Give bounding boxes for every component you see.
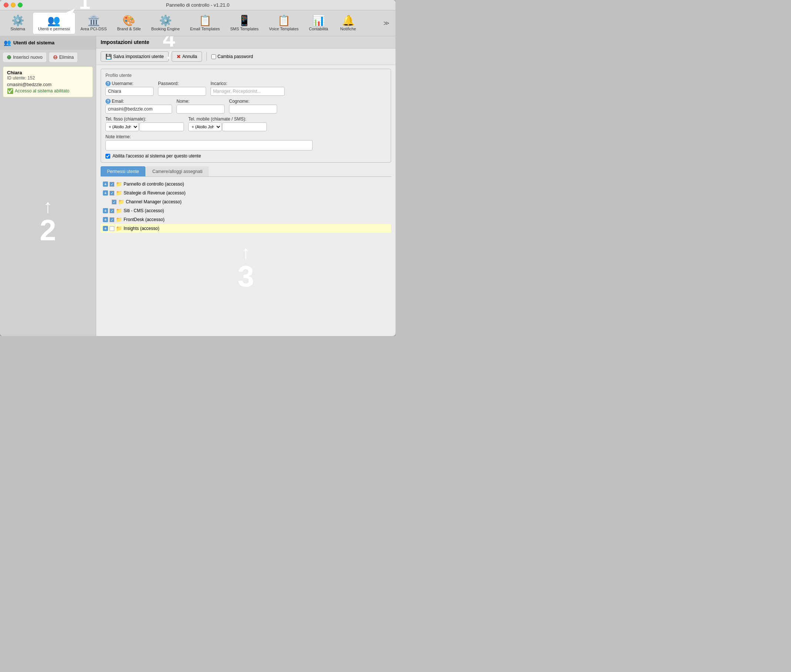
perm-expand-insights[interactable]: + xyxy=(103,226,108,231)
app-window: Pannello di controllo - v1.21.0 ⚙️ Siste… xyxy=(0,0,396,336)
change-password-text: Cambia password xyxy=(218,54,253,59)
incarico-input[interactable] xyxy=(210,87,284,96)
toolbar-item-sms[interactable]: 📱 SMS Templates xyxy=(225,12,264,34)
tabs-row: Permessi utente Camere/alloggi assegnati xyxy=(101,166,391,177)
perm-item-pannello[interactable]: + ✓ 📁 Pannello di controllo (accesso) xyxy=(101,180,391,189)
user-status: ✅ Accesso al sistema abilitato xyxy=(7,88,89,94)
toolbar-item-notifiche[interactable]: 🔔 Notifiche xyxy=(333,12,363,34)
contabilita-icon: 📊 xyxy=(312,16,325,26)
username-help-icon[interactable]: ? xyxy=(106,81,111,86)
contabilita-label: Contabilità xyxy=(309,27,328,31)
username-input[interactable] xyxy=(106,87,154,96)
cognome-input[interactable] xyxy=(229,105,277,114)
toolbar-item-voice[interactable]: 📋 Voice Templates xyxy=(264,12,304,34)
permissions-list: + ✓ 📁 Pannello di controllo (accesso) + … xyxy=(101,180,391,233)
perm-check-channel[interactable]: ✓ xyxy=(112,200,117,205)
perm-check-insights[interactable] xyxy=(109,226,114,231)
perm-expand-frontdesk[interactable]: + xyxy=(103,217,108,222)
perm-folder-siti: 📁 xyxy=(116,208,122,214)
perm-arrow-area: ↑ 3 xyxy=(96,236,396,295)
username-label: ? Username: xyxy=(106,81,154,86)
minimize-button[interactable] xyxy=(11,3,16,7)
tel-mobile-prefix-select[interactable]: + (Atollo Joh xyxy=(188,122,221,131)
perm-label-pannello: Pannello di controllo (accesso) xyxy=(124,181,184,187)
tab-permessi[interactable]: Permessi utente xyxy=(101,166,145,176)
perm-check-siti[interactable]: ✓ xyxy=(109,208,114,213)
perm-item-frontdesk[interactable]: + ✓ 📁 FrontDesk (accesso) xyxy=(101,215,391,224)
tel-mobile-input[interactable] xyxy=(222,122,267,131)
sidebar-title: Utenti del sistema xyxy=(13,40,55,45)
perm-item-insights[interactable]: + 📁 Insights (accesso) xyxy=(101,224,391,233)
content-header: Impostazioni utente xyxy=(96,36,396,48)
cancel-button[interactable]: ✖ Annulla xyxy=(172,51,202,62)
note-input[interactable] xyxy=(106,140,313,150)
form-row-4: Note interne: xyxy=(106,134,386,150)
arrow-up-2: ↑ xyxy=(43,197,53,216)
profile-title: Profilo utente xyxy=(106,73,386,78)
arrow-up-3: ↑ xyxy=(241,243,250,262)
system-access-checkbox[interactable] xyxy=(106,154,110,158)
perm-folder-frontdesk: 📁 xyxy=(116,217,122,222)
traffic-lights xyxy=(4,3,22,7)
user-email: cmasini@bedzzle.com xyxy=(7,82,89,87)
sidebar-actions: ⊕ Inserisci nuovo ⊖ Elimina xyxy=(0,50,96,65)
change-password-label[interactable]: Cambia password xyxy=(211,54,253,59)
perm-expand-strategie[interactable]: + xyxy=(103,190,108,195)
status-text: Accesso al sistema abilitato xyxy=(15,88,69,93)
brand-label: Brand & Stile xyxy=(117,27,141,31)
nome-input[interactable] xyxy=(176,105,225,114)
password-input[interactable] xyxy=(158,87,206,96)
close-button[interactable] xyxy=(4,3,8,7)
toolbar-item-sistema[interactable]: ⚙️ Sistema xyxy=(3,12,32,34)
email-help-icon[interactable]: ? xyxy=(106,99,111,104)
incarico-field: Incarico: xyxy=(210,81,284,96)
perm-expand-siti[interactable]: + xyxy=(103,208,108,213)
toolbar-item-utenti[interactable]: 👥 Utenti e permessi xyxy=(32,12,75,34)
toolbar-item-brand[interactable]: 🎨 Brand & Stile xyxy=(112,12,146,34)
tel-fisso-field: Tel. fisso (chiamate): + (Atollo Joh xyxy=(106,117,184,131)
incarico-label: Incarico: xyxy=(210,81,284,86)
toolbar-item-contabilita[interactable]: 📊 Contabilità xyxy=(304,12,333,34)
cancel-label: Annulla xyxy=(182,54,197,59)
perm-item-channel[interactable]: ✓ 📁 Channel Manager (accesso) xyxy=(109,197,391,206)
maximize-button[interactable] xyxy=(18,3,22,7)
voice-label: Voice Templates xyxy=(269,27,298,31)
tel-fisso-input[interactable] xyxy=(140,122,184,131)
toolbar-more-button[interactable]: ≫ xyxy=(380,18,393,28)
sms-label: SMS Templates xyxy=(230,27,258,31)
toolbar-item-booking[interactable]: ⚙️ Booking Engine xyxy=(146,12,185,34)
save-button[interactable]: 💾 Salva impostazioni utente xyxy=(101,51,169,62)
insert-button[interactable]: ⊕ Inserisci nuovo xyxy=(3,53,46,62)
perm-item-strategie[interactable]: + ✓ 📁 Strategie di Revenue (accesso) xyxy=(101,189,391,197)
perm-label-strategie: Strategie di Revenue (accesso) xyxy=(124,190,185,195)
note-label: Note interne: xyxy=(106,134,386,139)
tel-fisso-prefix-select[interactable]: + (Atollo Joh xyxy=(106,122,139,131)
tel-fisso-label: Tel. fisso (chiamate): xyxy=(106,117,184,122)
cancel-icon: ✖ xyxy=(176,54,181,59)
perm-check-strategie[interactable]: ✓ xyxy=(109,191,114,195)
perm-folder-pannello: 📁 xyxy=(116,181,122,187)
perm-expand-pannello[interactable]: + xyxy=(103,181,108,187)
toolbar-item-area-pci[interactable]: 🏛️ Area PCI-DSS ➤ 1 xyxy=(75,12,112,34)
area-pci-icon: 🏛️ xyxy=(87,16,100,26)
title-bar: Pannello di controllo - v1.21.0 xyxy=(0,0,396,10)
email-input[interactable] xyxy=(106,105,172,114)
password-field: Password: xyxy=(158,81,206,96)
delete-button[interactable]: ⊖ Elimina xyxy=(49,53,77,62)
sidebar: 👥 Utenti del sistema ⊕ Inserisci nuovo ⊖… xyxy=(0,36,96,336)
perm-item-siti[interactable]: + ✓ 📁 Siti - CMS (accesso) xyxy=(101,206,391,215)
tab-camere[interactable]: Camere/alloggi assegnati xyxy=(146,166,209,176)
check-icon: ✅ xyxy=(7,88,13,94)
save-label: Salva impostazioni utente xyxy=(113,54,164,59)
user-card[interactable]: Chiara ID utente: 152 cmasini@bedzzle.co… xyxy=(3,67,93,97)
annotation-2: 2 xyxy=(40,216,56,245)
email-field: ? Email: xyxy=(106,99,172,114)
perm-check-frontdesk[interactable]: ✓ xyxy=(109,218,114,222)
toolbar-item-email[interactable]: 📋 Email Templates xyxy=(185,12,225,34)
email-label: ? Email: xyxy=(106,99,172,104)
change-password-checkbox[interactable] xyxy=(211,54,216,59)
divider xyxy=(207,52,207,61)
perm-check-pannello[interactable]: ✓ xyxy=(109,182,114,187)
perm-folder-strategie: 📁 xyxy=(116,190,122,196)
minus-icon: ⊖ xyxy=(53,54,58,61)
